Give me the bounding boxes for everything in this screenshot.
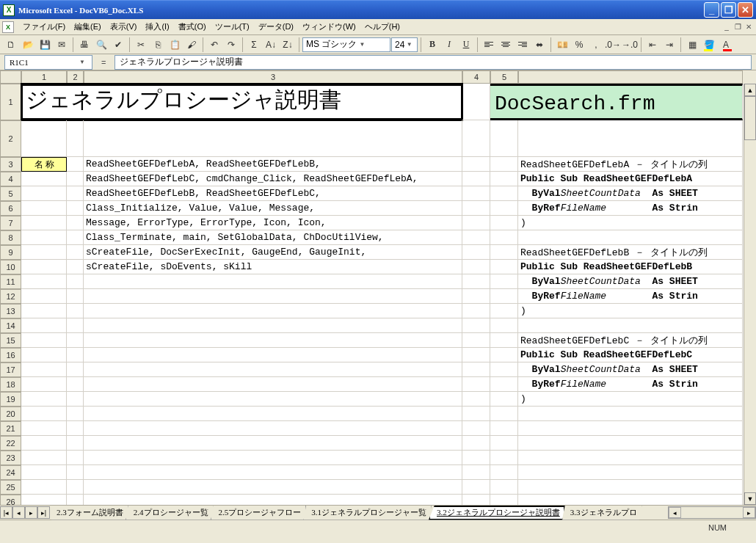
doc-restore-button[interactable]: ❐ xyxy=(733,22,743,32)
save-icon[interactable]: 💾 xyxy=(37,37,53,53)
cell-r21-c6[interactable] xyxy=(518,421,743,436)
spell-icon[interactable]: ✔ xyxy=(110,37,126,53)
row-head-9[interactable]: 9 xyxy=(0,245,21,260)
close-button[interactable]: ✕ xyxy=(738,2,753,18)
cell-r9-c4[interactable] xyxy=(462,245,490,260)
cell-r6-c4[interactable] xyxy=(462,201,490,216)
cell-r9-c2[interactable] xyxy=(67,245,84,260)
row-head-2[interactable]: 2 xyxy=(0,120,21,157)
font-name-combo[interactable]: MS ゴシック▼ xyxy=(302,37,390,52)
decrease-decimal-icon[interactable]: →.0 xyxy=(622,37,638,53)
cell-r20-c6[interactable] xyxy=(518,407,743,421)
cell-r7-c4[interactable] xyxy=(462,216,490,230)
row-head-23[interactable]: 23 xyxy=(0,451,21,465)
cell-r24-c4[interactable] xyxy=(462,465,490,480)
sheet-tab[interactable]: 2.4プロシージャー覧 xyxy=(126,506,214,520)
horizontal-scrollbar[interactable]: ◂ ▸ xyxy=(668,506,756,519)
cell-r5-c5[interactable] xyxy=(490,186,518,201)
cell-r10-c4[interactable] xyxy=(462,260,490,274)
cell-r12-c5[interactable] xyxy=(490,289,518,304)
cell-r2-c1[interactable] xyxy=(21,120,67,157)
cell-r11-c1[interactable] xyxy=(21,274,67,289)
vertical-scrollbar[interactable]: ▲ ▼ xyxy=(744,84,756,505)
cell-r4-c4[interactable] xyxy=(462,172,490,186)
cell-r15-c4[interactable] xyxy=(462,333,490,348)
cell-r21-c4[interactable] xyxy=(462,421,490,436)
menu-format[interactable]: 書式(O) xyxy=(174,20,211,34)
doc-close-button[interactable]: ✕ xyxy=(744,22,754,32)
formula-bar[interactable]: ジェネラルプロシージャ説明書 xyxy=(115,55,752,70)
cell-r11-c6[interactable]: ByVal SheetCountData As SHEET xyxy=(518,274,743,289)
cell-r20-c4[interactable] xyxy=(462,407,490,421)
cell-r7-c2[interactable] xyxy=(67,216,84,230)
redo-icon[interactable]: ↷ xyxy=(223,37,239,53)
cell-r13-c1[interactable] xyxy=(21,304,67,318)
cell-r11-c4[interactable] xyxy=(462,274,490,289)
cell-r18-c1[interactable] xyxy=(21,377,67,392)
cell-r25-c6[interactable] xyxy=(518,480,743,495)
cell-r20-c5[interactable] xyxy=(490,407,518,421)
cell-r21-c3[interactable] xyxy=(84,421,462,436)
cell-r18-c2[interactable] xyxy=(67,377,84,392)
cell-r6-c6[interactable]: ByRef FileName As Strin xyxy=(518,201,743,216)
cell-r12-c3[interactable] xyxy=(84,289,462,304)
cell-r19-c4[interactable] xyxy=(462,392,490,407)
cell-r23-c3[interactable] xyxy=(84,451,462,465)
cell-r8-c3[interactable]: Class_Terminate, main, SetGlobalData, Ch… xyxy=(84,230,462,245)
cell-r19-c2[interactable] xyxy=(67,392,84,407)
cell-r16-c1[interactable] xyxy=(21,348,67,362)
row-head-11[interactable]: 11 xyxy=(0,274,21,289)
row-head-16[interactable]: 16 xyxy=(0,348,21,362)
cell-r13-c2[interactable] xyxy=(67,304,84,318)
menu-insert[interactable]: 挿入(I) xyxy=(141,20,173,34)
cell-r22-c3[interactable] xyxy=(84,436,462,451)
cell-r12-c6[interactable]: ByRef FileName As Strin xyxy=(518,289,743,304)
fill-color-icon[interactable]: 🪣 xyxy=(701,37,717,53)
cell-r4-c6[interactable]: Public Sub ReadSheetGEFDefLebA xyxy=(518,172,743,186)
row-head-5[interactable]: 5 xyxy=(0,186,21,201)
cell-r12-c2[interactable] xyxy=(67,289,84,304)
cell-r12-c1[interactable] xyxy=(21,289,67,304)
sheet-tab[interactable]: 3.3ジェネラルプロ xyxy=(562,506,642,520)
cell-r5-c2[interactable] xyxy=(67,186,84,201)
cell-r18-c3[interactable] xyxy=(84,377,462,392)
col-head-2[interactable]: 2 xyxy=(67,70,84,84)
sheet-tab[interactable]: 3.1ジェネラルプロシージャー覧 xyxy=(303,506,432,520)
cell-r24-c3[interactable] xyxy=(84,465,462,480)
cell-r22-c2[interactable] xyxy=(67,436,84,451)
cell-r20-c3[interactable] xyxy=(84,407,462,421)
worksheet-grid[interactable]: 1 2 3 4 5 1ジェネラルプロシージャ説明書DocSearch.frm23… xyxy=(0,70,756,505)
copy-icon[interactable]: ⎘ xyxy=(150,37,166,53)
cell-r13-c3[interactable] xyxy=(84,304,462,318)
align-center-icon[interactable] xyxy=(498,37,514,53)
mail-icon[interactable]: ✉ xyxy=(54,37,70,53)
cell-r21-c2[interactable] xyxy=(67,421,84,436)
cell-r7-c6[interactable]: ) xyxy=(518,216,743,230)
doc-minimize-button[interactable]: _ xyxy=(722,22,732,32)
row-head-17[interactable]: 17 xyxy=(0,362,21,377)
cell-r19-c1[interactable] xyxy=(21,392,67,407)
menu-view[interactable]: 表示(V) xyxy=(106,20,142,34)
print-icon[interactable]: 🖶 xyxy=(76,37,92,53)
menu-window[interactable]: ウィンドウ(W) xyxy=(298,20,360,34)
cell-r25-c3[interactable] xyxy=(84,480,462,495)
cell-r3-c2[interactable] xyxy=(67,157,84,172)
cell-r18-c5[interactable] xyxy=(490,377,518,392)
cell-r15-c6[interactable]: ReadSheetGEFDefLebC － タイトルの列 xyxy=(518,333,743,348)
cell-r23-c5[interactable] xyxy=(490,451,518,465)
col-head-4[interactable]: 4 xyxy=(462,70,490,84)
cell-r15-c5[interactable] xyxy=(490,333,518,348)
cell-r2-c4[interactable] xyxy=(462,120,490,157)
cell-r11-c5[interactable] xyxy=(490,274,518,289)
cell-r25-c1[interactable] xyxy=(21,480,67,495)
row-head-21[interactable]: 21 xyxy=(0,421,21,436)
format-painter-icon[interactable]: 🖌 xyxy=(183,37,200,53)
cell-r20-c1[interactable] xyxy=(21,407,67,421)
menu-help[interactable]: ヘルプ(H) xyxy=(360,20,404,34)
increase-decimal-icon[interactable]: .0→ xyxy=(605,37,621,53)
cell-r9-c5[interactable] xyxy=(490,245,518,260)
cell-r3-c4[interactable] xyxy=(462,157,490,172)
title-cell-main[interactable]: ジェネラルプロシージャ説明書 xyxy=(21,84,462,120)
paste-icon[interactable]: 📋 xyxy=(167,37,183,53)
cell-r3-c6[interactable]: ReadSheetGEFDefLebA － タイトルの列 xyxy=(518,157,743,172)
